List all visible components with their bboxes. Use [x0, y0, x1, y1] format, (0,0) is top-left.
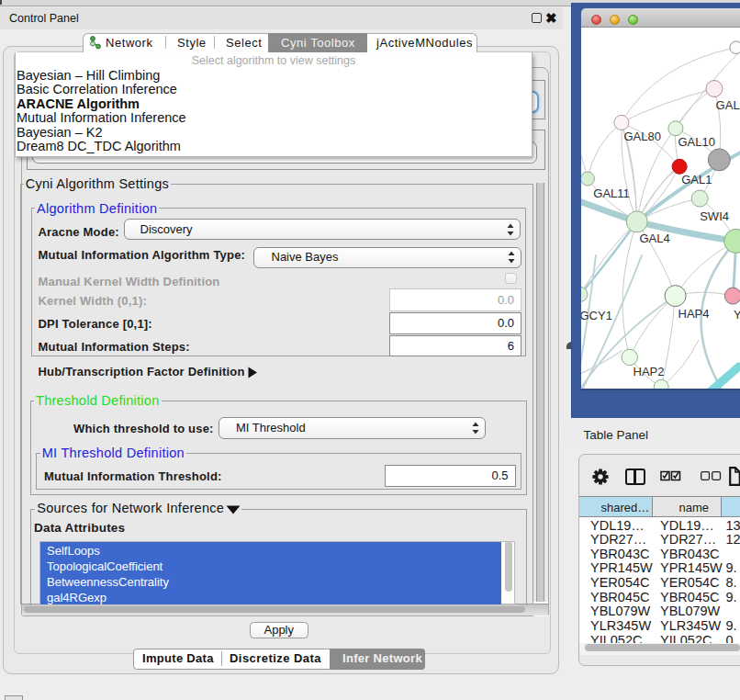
svg-text:GAL10: GAL10	[678, 135, 714, 149]
svg-text:GAL8: GAL8	[715, 98, 740, 112]
svg-text:HAP2: HAP2	[633, 365, 664, 378]
svg-text:GAL11: GAL11	[593, 186, 630, 200]
svg-text:SWI4: SWI4	[700, 209, 729, 223]
svg-text:GAL1: GAL1	[681, 173, 712, 186]
svg-text:GAL4: GAL4	[639, 231, 669, 245]
svg-text:Y: Y	[734, 308, 740, 322]
svg-text:GCY1: GCY1	[581, 309, 612, 322]
svg-text:HAP4: HAP4	[678, 307, 709, 321]
svg-text:GAL80: GAL80	[623, 130, 660, 143]
